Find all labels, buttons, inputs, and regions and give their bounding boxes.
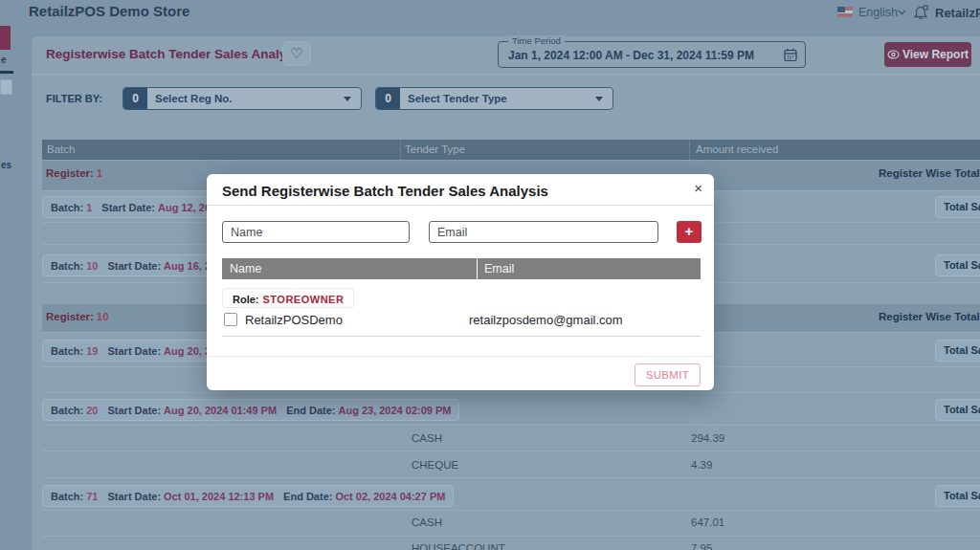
sidebar-input-fragment[interactable]	[0, 79, 12, 95]
email-input[interactable]	[429, 221, 658, 243]
user-menu[interactable]: RetailzP	[935, 6, 980, 20]
register-total-label: Register Wise Total Sales	[879, 167, 980, 179]
calendar-icon[interactable]	[784, 48, 797, 62]
recipient-table-header: Name Email	[222, 258, 701, 279]
reg-no-dropdown[interactable]: 0 Select Reg No.	[122, 87, 362, 110]
eye-icon	[887, 50, 900, 59]
batch-total-chip: Total Sales	[935, 254, 980, 276]
send-report-modal: Send Registerwise Batch Tender Sales Ana…	[207, 174, 714, 390]
name-input[interactable]	[222, 221, 410, 243]
batch-row: Batch:71 Start Date:Oct 01, 2024 12:13 P…	[42, 485, 454, 507]
tender-type-count-badge: 0	[376, 88, 400, 109]
tender-amount-cell: 4.39	[691, 459, 712, 471]
recipient-checkbox[interactable]	[224, 313, 237, 326]
modal-title: Send Registerwise Batch Tender Sales Ana…	[222, 183, 548, 199]
tender-type-dropdown[interactable]: 0 Select Tender Type	[375, 87, 613, 110]
reg-no-dropdown-label: Select Reg No.	[155, 88, 233, 110]
recipient-email: retailzposdemo@gmail.com	[469, 313, 623, 327]
time-period-label: Time Period	[508, 35, 565, 46]
time-period-value: Jan 1, 2024 12:00 AM - Dec 31, 2024 11:5…	[508, 49, 754, 62]
sidebar-link-fragment[interactable]: es	[1, 160, 11, 170]
view-report-button[interactable]: View Report	[884, 42, 971, 67]
dropdown-caret-icon	[344, 97, 351, 101]
tender-type-cell: CHEQUE	[412, 459, 458, 471]
table-header-row: Batch Tender Type Amount received	[42, 140, 980, 160]
batch-total-chip: Total Sales	[935, 399, 980, 421]
register-total-label: Register Wise Total Sales	[879, 311, 980, 322]
batch-row: Batch:20 Start Date:Aug 20, 2024 01:49 P…	[42, 399, 459, 421]
sidebar-text-fragment[interactable]: e	[1, 55, 7, 65]
submit-button[interactable]: SUBMIT	[635, 363, 701, 386]
sidebar-divider-fragment	[0, 71, 13, 74]
tender-type-cell: CASH	[412, 517, 442, 528]
page: e es RetailzPOS Demo Store English Retai…	[0, 0, 980, 550]
language-selector[interactable]: English	[858, 6, 898, 19]
sidebar-active-item-fragment[interactable]	[0, 26, 11, 50]
role-value: STOREOWNER	[263, 294, 345, 305]
batch-total-chip: Total Sales	[935, 340, 980, 362]
col-header-email: Email	[484, 258, 514, 279]
us-flag-icon	[837, 7, 853, 17]
recipient-name: RetailzPOSDemo	[245, 313, 343, 327]
view-report-label: View Report	[902, 48, 969, 61]
add-recipient-button[interactable]: +	[677, 221, 702, 243]
dropdown-caret-icon	[595, 97, 603, 101]
close-icon[interactable]: ×	[694, 180, 702, 196]
tender-type-dropdown-label: Select Tender Type	[408, 88, 507, 110]
register-number: 1	[97, 167, 102, 179]
favorite-heart-button[interactable]: ♡	[282, 41, 311, 66]
chevron-down-icon	[898, 10, 906, 15]
col-header-name: Name	[230, 258, 261, 279]
register-label: Register:10	[46, 311, 109, 322]
col-header-amount: Amount received	[696, 140, 778, 160]
reg-no-count-badge: 0	[123, 88, 147, 109]
register-label: Register:1	[46, 167, 102, 179]
notification-bell-icon[interactable]	[912, 4, 930, 22]
divider	[222, 336, 701, 337]
time-period-field[interactable]: Time Period Jan 1, 2024 12:00 AM - Dec 3…	[498, 41, 806, 68]
store-title: RetailzPOS Demo Store	[29, 3, 189, 19]
batch-total-chip: Total Sales	[935, 485, 980, 507]
register-number: 10	[97, 311, 109, 322]
role-badge: Role:STOREOWNER	[222, 288, 354, 308]
col-header-batch: Batch	[47, 140, 75, 160]
tender-amount-cell: 7.95	[691, 542, 712, 550]
col-header-tender-type: Tender Type	[405, 140, 465, 160]
tender-type-cell: HOUSEACCOUNT	[412, 542, 505, 550]
batch-total-chip: Total Sales	[935, 196, 980, 218]
tender-amount-cell: 647.01	[691, 517, 724, 528]
divider	[32, 74, 980, 75]
divider	[207, 356, 714, 357]
tender-type-cell: CASH	[412, 432, 442, 444]
tender-amount-cell: 294.39	[691, 432, 724, 444]
filter-by-label: FILTER BY:	[46, 93, 102, 104]
report-title: Registerwise Batch Tender Sales Analysis	[46, 47, 304, 61]
divider	[207, 205, 714, 206]
